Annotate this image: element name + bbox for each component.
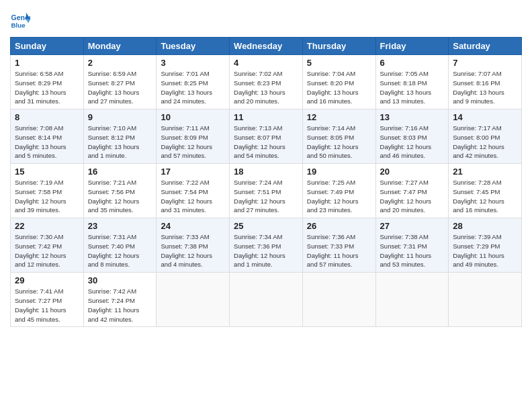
calendar-cell: 23Sunrise: 7:31 AM Sunset: 7:40 PM Dayli…: [83, 218, 157, 273]
day-number: 16: [88, 167, 152, 177]
calendar-cell: 29Sunrise: 7:41 AM Sunset: 7:27 PM Dayli…: [11, 273, 84, 327]
day-number: 23: [88, 221, 152, 231]
day-number: 14: [453, 112, 517, 122]
calendar-cell: 10Sunrise: 7:11 AM Sunset: 8:09 PM Dayli…: [157, 109, 230, 164]
day-info: Sunrise: 7:19 AM Sunset: 7:58 PM Dayligh…: [15, 178, 79, 215]
calendar-cell: 12Sunrise: 7:14 AM Sunset: 8:05 PM Dayli…: [302, 109, 375, 164]
weekday-saturday: Saturday: [449, 38, 522, 55]
day-info: Sunrise: 7:11 AM Sunset: 8:09 PM Dayligh…: [161, 124, 225, 161]
calendar-week-row: 8Sunrise: 7:08 AM Sunset: 8:14 PM Daylig…: [11, 109, 522, 164]
calendar-cell: [375, 273, 449, 327]
day-info: Sunrise: 7:17 AM Sunset: 8:00 PM Dayligh…: [453, 124, 517, 161]
day-number: 7: [453, 58, 517, 68]
calendar-cell: 24Sunrise: 7:33 AM Sunset: 7:38 PM Dayli…: [157, 218, 230, 273]
svg-text:Blue: Blue: [11, 21, 26, 29]
day-info: Sunrise: 7:08 AM Sunset: 8:14 PM Dayligh…: [15, 124, 79, 161]
calendar-cell: [157, 273, 230, 327]
calendar-cell: 22Sunrise: 7:30 AM Sunset: 7:42 PM Dayli…: [11, 218, 84, 273]
day-info: Sunrise: 7:28 AM Sunset: 7:45 PM Dayligh…: [453, 178, 517, 215]
day-number: 21: [453, 167, 517, 177]
day-info: Sunrise: 7:04 AM Sunset: 8:20 PM Dayligh…: [307, 69, 371, 106]
calendar-cell: 5Sunrise: 7:04 AM Sunset: 8:20 PM Daylig…: [302, 55, 375, 109]
day-info: Sunrise: 7:31 AM Sunset: 7:40 PM Dayligh…: [88, 232, 152, 269]
calendar-cell: 17Sunrise: 7:22 AM Sunset: 7:54 PM Dayli…: [157, 164, 230, 218]
day-number: 26: [307, 221, 371, 231]
calendar-cell: 2Sunrise: 6:59 AM Sunset: 8:27 PM Daylig…: [83, 55, 157, 109]
calendar-cell: 26Sunrise: 7:36 AM Sunset: 7:33 PM Dayli…: [302, 218, 375, 273]
logo-icon: General Blue: [10, 10, 30, 30]
day-info: Sunrise: 7:25 AM Sunset: 7:49 PM Dayligh…: [307, 178, 371, 215]
calendar-cell: 11Sunrise: 7:13 AM Sunset: 8:07 PM Dayli…: [230, 109, 303, 164]
calendar-cell: 25Sunrise: 7:34 AM Sunset: 7:36 PM Dayli…: [230, 218, 303, 273]
day-number: 6: [380, 58, 445, 68]
day-number: 5: [307, 58, 371, 68]
day-number: 29: [15, 275, 79, 285]
day-number: 15: [15, 167, 79, 177]
calendar-cell: [449, 273, 522, 327]
day-number: 11: [234, 112, 298, 122]
calendar-cell: 13Sunrise: 7:16 AM Sunset: 8:03 PM Dayli…: [375, 109, 449, 164]
logo: General Blue: [10, 10, 34, 30]
day-number: 22: [15, 221, 79, 231]
day-number: 3: [161, 58, 225, 68]
day-info: Sunrise: 7:22 AM Sunset: 7:54 PM Dayligh…: [161, 178, 225, 215]
calendar-cell: 4Sunrise: 7:02 AM Sunset: 8:23 PM Daylig…: [230, 55, 303, 109]
day-info: Sunrise: 7:13 AM Sunset: 8:07 PM Dayligh…: [234, 124, 298, 161]
day-number: 9: [88, 112, 152, 122]
calendar-table: SundayMondayTuesdayWednesdayThursdayFrid…: [10, 37, 522, 327]
day-number: 2: [88, 58, 152, 68]
page-header: General Blue: [10, 10, 522, 30]
calendar-cell: 3Sunrise: 7:01 AM Sunset: 8:25 PM Daylig…: [157, 55, 230, 109]
day-number: 28: [453, 221, 517, 231]
weekday-monday: Monday: [83, 38, 157, 55]
weekday-wednesday: Wednesday: [230, 38, 303, 55]
calendar-cell: 15Sunrise: 7:19 AM Sunset: 7:58 PM Dayli…: [11, 164, 84, 218]
calendar-cell: [230, 273, 303, 327]
calendar-cell: 27Sunrise: 7:38 AM Sunset: 7:31 PM Dayli…: [375, 218, 449, 273]
day-info: Sunrise: 7:36 AM Sunset: 7:33 PM Dayligh…: [307, 232, 371, 269]
day-info: Sunrise: 7:10 AM Sunset: 8:12 PM Dayligh…: [88, 124, 152, 161]
day-info: Sunrise: 7:34 AM Sunset: 7:36 PM Dayligh…: [234, 232, 298, 269]
day-info: Sunrise: 7:39 AM Sunset: 7:29 PM Dayligh…: [453, 232, 517, 269]
calendar-cell: 21Sunrise: 7:28 AM Sunset: 7:45 PM Dayli…: [449, 164, 522, 218]
day-number: 30: [88, 275, 152, 285]
day-number: 25: [234, 221, 298, 231]
calendar-cell: 8Sunrise: 7:08 AM Sunset: 8:14 PM Daylig…: [11, 109, 84, 164]
day-info: Sunrise: 6:58 AM Sunset: 8:29 PM Dayligh…: [15, 69, 79, 106]
day-info: Sunrise: 7:41 AM Sunset: 7:27 PM Dayligh…: [15, 287, 79, 324]
weekday-sunday: Sunday: [11, 38, 84, 55]
day-number: 20: [380, 167, 445, 177]
calendar-cell: 18Sunrise: 7:24 AM Sunset: 7:51 PM Dayli…: [230, 164, 303, 218]
day-number: 4: [234, 58, 298, 68]
weekday-tuesday: Tuesday: [157, 38, 230, 55]
day-info: Sunrise: 7:38 AM Sunset: 7:31 PM Dayligh…: [380, 232, 445, 269]
day-info: Sunrise: 6:59 AM Sunset: 8:27 PM Dayligh…: [88, 69, 152, 106]
day-number: 8: [15, 112, 79, 122]
day-info: Sunrise: 7:01 AM Sunset: 8:25 PM Dayligh…: [161, 69, 225, 106]
day-number: 18: [234, 167, 298, 177]
weekday-header-row: SundayMondayTuesdayWednesdayThursdayFrid…: [11, 38, 522, 55]
calendar-week-row: 22Sunrise: 7:30 AM Sunset: 7:42 PM Dayli…: [11, 218, 522, 273]
calendar-cell: 1Sunrise: 6:58 AM Sunset: 8:29 PM Daylig…: [11, 55, 84, 109]
day-info: Sunrise: 7:14 AM Sunset: 8:05 PM Dayligh…: [307, 124, 371, 161]
day-info: Sunrise: 7:33 AM Sunset: 7:38 PM Dayligh…: [161, 232, 225, 269]
calendar-cell: [302, 273, 375, 327]
day-number: 17: [161, 167, 225, 177]
day-info: Sunrise: 7:16 AM Sunset: 8:03 PM Dayligh…: [380, 124, 445, 161]
day-info: Sunrise: 7:05 AM Sunset: 8:18 PM Dayligh…: [380, 69, 445, 106]
day-info: Sunrise: 7:07 AM Sunset: 8:16 PM Dayligh…: [453, 69, 517, 106]
day-number: 24: [161, 221, 225, 231]
day-info: Sunrise: 7:24 AM Sunset: 7:51 PM Dayligh…: [234, 178, 298, 215]
calendar-cell: 7Sunrise: 7:07 AM Sunset: 8:16 PM Daylig…: [449, 55, 522, 109]
weekday-friday: Friday: [375, 38, 449, 55]
day-number: 12: [307, 112, 371, 122]
calendar-cell: 14Sunrise: 7:17 AM Sunset: 8:00 PM Dayli…: [449, 109, 522, 164]
calendar-cell: 19Sunrise: 7:25 AM Sunset: 7:49 PM Dayli…: [302, 164, 375, 218]
day-info: Sunrise: 7:02 AM Sunset: 8:23 PM Dayligh…: [234, 69, 298, 106]
calendar-week-row: 15Sunrise: 7:19 AM Sunset: 7:58 PM Dayli…: [11, 164, 522, 218]
calendar-week-row: 29Sunrise: 7:41 AM Sunset: 7:27 PM Dayli…: [11, 273, 522, 327]
day-number: 19: [307, 167, 371, 177]
day-number: 1: [15, 58, 79, 68]
day-number: 10: [161, 112, 225, 122]
calendar-cell: 9Sunrise: 7:10 AM Sunset: 8:12 PM Daylig…: [83, 109, 157, 164]
